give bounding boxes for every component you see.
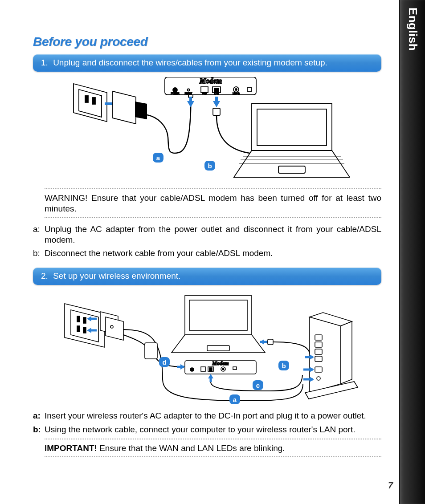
svg-rect-43	[209, 368, 212, 371]
step-1-warning: WARNING! Ensure that your cable/ADSL mod…	[45, 192, 381, 215]
laptop-icon	[234, 104, 350, 177]
badge-a: a	[229, 394, 240, 404]
svg-rect-35	[189, 300, 247, 330]
svg-text:POWER: POWER	[171, 92, 180, 94]
substep-a-label: a:	[33, 411, 45, 421]
svg-point-45	[222, 369, 224, 370]
svg-text:c: c	[256, 382, 260, 389]
laptop-icon	[172, 296, 311, 357]
badge-c: c	[253, 380, 263, 390]
language-tab: English	[399, 0, 425, 504]
page-content: Before you proceed 1. Unplug and disconn…	[33, 35, 381, 460]
substep-b-label: b:	[33, 248, 45, 259]
svg-rect-20	[278, 166, 305, 173]
svg-rect-0	[85, 96, 88, 102]
svg-point-52	[317, 377, 320, 380]
svg-text:Modem: Modem	[212, 360, 229, 366]
language-label: English	[405, 8, 419, 51]
svg-text:USB: USB	[202, 92, 207, 94]
substep-a-text: Insert your wireless router's AC adapter…	[45, 411, 381, 421]
substep-b-text: Using the network cable, connect your co…	[45, 424, 381, 435]
wall-outlet-icon	[65, 304, 105, 347]
divider	[45, 456, 381, 457]
divider	[45, 439, 381, 439]
important-text: Ensure that the WAN and LAN LEDs are bli…	[97, 443, 285, 453]
page-number: 7	[388, 480, 393, 491]
svg-rect-50	[315, 356, 322, 362]
svg-text:a: a	[156, 154, 160, 162]
step-1-substeps: a: Unplug the AC adapter from the power …	[33, 224, 381, 259]
svg-rect-47	[315, 335, 322, 340]
svg-rect-41	[201, 367, 205, 371]
badge-b: b	[204, 161, 215, 171]
step-2-num: 2.	[41, 271, 48, 280]
svg-rect-48	[315, 342, 322, 347]
svg-point-32	[110, 325, 113, 328]
badge-a: a	[153, 153, 163, 163]
substep-a-text: Unplug the AC adapter from the power out…	[45, 224, 381, 246]
svg-rect-51	[315, 367, 322, 372]
diagram-setup: Modem	[56, 290, 359, 406]
step-2-important: IMPORTANT! Ensure that the WAN and LAN L…	[45, 442, 381, 455]
svg-point-15	[235, 89, 237, 90]
svg-text:Line-In: Line-In	[233, 92, 240, 94]
step-2-text: Set up your wireless environment.	[53, 271, 180, 280]
step-2-substeps: a: Insert your wireless router's AC adap…	[33, 411, 381, 435]
svg-rect-33	[145, 343, 157, 359]
svg-point-40	[190, 368, 194, 371]
svg-text:LAN: LAN	[214, 92, 219, 94]
step-2-header: 2. Set up your wireless environment.	[33, 268, 381, 285]
substep-b-label: b:	[33, 424, 45, 435]
svg-rect-17	[247, 88, 252, 91]
divider	[45, 188, 381, 189]
step-1-num: 1.	[41, 58, 48, 67]
svg-rect-36	[207, 345, 229, 351]
svg-rect-46	[233, 367, 237, 370]
svg-rect-1	[92, 98, 95, 104]
svg-text:b: b	[282, 362, 286, 370]
page-title: Before you proceed	[33, 35, 381, 49]
ac-adapter-icon	[113, 86, 193, 153]
badge-b: b	[278, 361, 289, 370]
important-label: IMPORTANT!	[45, 443, 97, 453]
svg-text:b: b	[208, 162, 212, 170]
svg-point-7	[188, 89, 190, 91]
diagram-unplug: Modem POWER RESET USB LAN Line-In	[65, 77, 350, 184]
svg-rect-19	[257, 109, 327, 146]
svg-rect-37	[268, 339, 273, 345]
divider	[45, 217, 381, 218]
router-icon	[303, 313, 358, 399]
svg-rect-29	[83, 317, 86, 323]
modem-icon: Modem POWER RESET USB LAN Line-In	[165, 77, 266, 154]
svg-rect-31	[83, 327, 86, 333]
step-1-text: Unplug and disconnect the wires/cables f…	[53, 58, 327, 67]
svg-rect-28	[77, 316, 80, 322]
substep-a-label: a:	[33, 224, 45, 246]
svg-rect-30	[77, 326, 80, 332]
modem-label: Modem	[199, 77, 222, 85]
svg-rect-49	[315, 349, 322, 354]
svg-text:RESET: RESET	[185, 92, 192, 94]
svg-rect-18	[213, 108, 220, 115]
substep-b-text: Disconnect the network cable from your c…	[45, 248, 381, 259]
step-1-header: 1. Unplug and disconnect the wires/cable…	[33, 54, 381, 72]
badge-d: d	[159, 357, 170, 367]
svg-text:d: d	[162, 358, 166, 366]
svg-text:a: a	[233, 396, 237, 403]
